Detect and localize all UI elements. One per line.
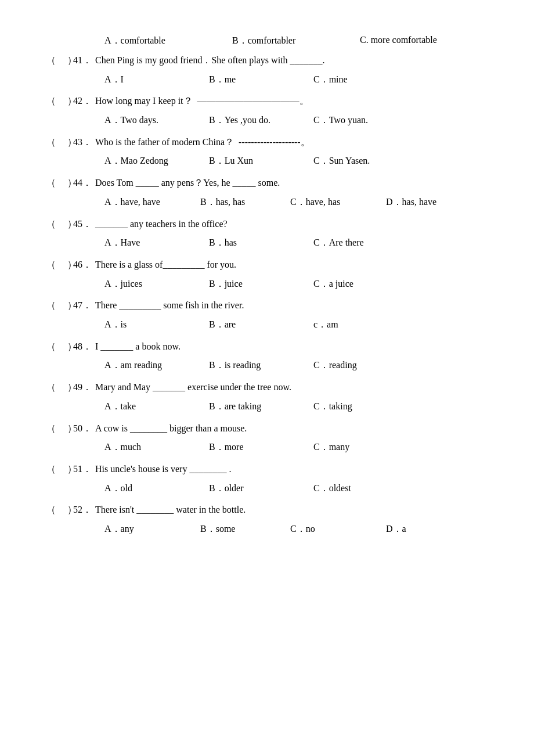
question-42: （ ） 42． How long may I keep it？ ————————… — [46, 93, 488, 128]
bracket-right-41: ） — [67, 55, 73, 67]
option-42-a: A．Two days. — [104, 112, 209, 129]
question-text-50: A cow is ________ bigger than a mouse. — [95, 421, 488, 436]
bracket-left-47: （ — [46, 300, 56, 312]
question-text-42: How long may I keep it？ ———————————。 — [95, 93, 488, 109]
question-52: （ ） 52． There isn't ________ water in th… — [46, 502, 488, 537]
options-51: A．old B．older C．oldest — [104, 480, 488, 497]
options-47: A．is B．are c．am — [104, 316, 488, 333]
question-num-48: 48． — [73, 341, 95, 353]
question-51-row: （ ） 51． His uncle's house is very ______… — [46, 462, 488, 477]
question-num-42: 42． — [73, 95, 95, 107]
bracket-left-41: （ — [46, 55, 56, 67]
bracket-space-51 — [56, 464, 67, 474]
question-49: （ ） 49． Mary and May _______ exercise un… — [46, 380, 488, 415]
option-49-c: C．taking — [313, 398, 418, 415]
question-52-row: （ ） 52． There isn't ________ water in th… — [46, 502, 488, 517]
option-43-b: B．Lu Xun — [209, 153, 313, 170]
bracket-right-52: ） — [67, 504, 73, 516]
top-opt-a: A．comfortable — [104, 35, 232, 47]
question-48-row: （ ） 48． I _______ a book now. — [46, 339, 488, 354]
options-41: A．I B．me C．mine — [104, 71, 488, 88]
bracket-right-50: ） — [67, 423, 73, 435]
bracket-right-45: ） — [67, 218, 73, 231]
options-48: A．am reading B．is reading C．reading — [104, 357, 488, 374]
question-46-row: （ ） 46． There is a glass of_________ for… — [46, 257, 488, 272]
bracket-space-43 — [56, 137, 67, 147]
bracket-left-49: （ — [46, 381, 56, 394]
question-41: （ ） 41． Chen Ping is my good friend．She … — [46, 53, 488, 88]
question-text-49: Mary and May _______ exercise under the … — [95, 380, 488, 395]
question-num-51: 51． — [73, 463, 95, 476]
option-45-a: A．Have — [104, 235, 209, 251]
question-text-46: There is a glass of_________ for you. — [95, 257, 488, 272]
bracket-right-46: ） — [67, 259, 73, 271]
question-text-47: There _________ some fish in the river. — [95, 298, 488, 313]
question-41-row: （ ） 41． Chen Ping is my good friend．She … — [46, 53, 488, 68]
question-text-48: I _______ a book now. — [95, 339, 488, 354]
option-43-c: C．Sun Yasen. — [313, 153, 418, 170]
question-43-row: （ ） 43． Who is the father of modern Chin… — [46, 135, 488, 150]
bracket-left-42: （ — [46, 95, 56, 107]
question-num-44: 44． — [73, 177, 95, 189]
question-text-44: Does Tom _____ any pens？Yes, he _____ so… — [95, 175, 488, 190]
option-42-b: B．Yes ,you do. — [209, 112, 313, 129]
option-49-b: B．are taking — [209, 398, 313, 415]
bracket-left-52: （ — [46, 504, 56, 516]
question-47: （ ） 47． There _________ some fish in the… — [46, 298, 488, 333]
question-text-51: His uncle's house is very ________ . — [95, 462, 488, 477]
option-41-c: C．mine — [313, 71, 418, 88]
option-41-a: A．I — [104, 71, 209, 88]
bracket-space-42 — [56, 96, 67, 106]
options-50: A．much B．more C．many — [104, 439, 488, 456]
top-options-block: A．comfortable B．comfortabler C. more com… — [46, 35, 488, 47]
option-45-c: C．Are there — [313, 235, 418, 251]
question-num-52: 52． — [73, 504, 95, 516]
bracket-left-44: （ — [46, 177, 56, 189]
option-52-a: A．any — [104, 521, 200, 538]
option-41-b: B．me — [209, 71, 313, 88]
option-47-a: A．is — [104, 316, 209, 333]
question-text-52: There isn't ________ water in the bottle… — [95, 502, 488, 517]
option-47-b: B．are — [209, 316, 313, 333]
option-46-c: C．a juice — [313, 276, 418, 293]
top-opt-c: C. more comfortable — [360, 35, 488, 47]
question-num-49: 49． — [73, 381, 95, 394]
bracket-space-45 — [56, 219, 67, 229]
bracket-left-50: （ — [46, 423, 56, 435]
question-43: （ ） 43． Who is the father of modern Chin… — [46, 135, 488, 170]
top-options-row: A．comfortable B．comfortabler C. more com… — [104, 35, 488, 47]
question-45-row: （ ） 45． _______ any teachers in the offi… — [46, 217, 488, 232]
option-50-b: B．more — [209, 439, 313, 456]
option-48-b: B．is reading — [209, 357, 313, 374]
option-51-c: C．oldest — [313, 480, 418, 497]
option-42-c: C．Two yuan. — [313, 112, 418, 129]
option-48-a: A．am reading — [104, 357, 209, 374]
option-46-a: A．juices — [104, 276, 209, 293]
bracket-space-46 — [56, 260, 67, 270]
bracket-left-46: （ — [46, 259, 56, 271]
option-44-b: B．has, has — [200, 194, 290, 211]
bracket-right-47: ） — [67, 300, 73, 312]
question-48: （ ） 48． I _______ a book now. A．am readi… — [46, 339, 488, 374]
bracket-right-49: ） — [67, 381, 73, 394]
option-50-c: C．many — [313, 439, 418, 456]
option-51-b: B．older — [209, 480, 313, 497]
option-52-c: C．no — [290, 521, 386, 538]
options-49: A．take B．are taking C．taking — [104, 398, 488, 415]
option-48-c: C．reading — [313, 357, 418, 374]
option-44-c: C．have, has — [290, 194, 386, 211]
option-52-b: B．some — [200, 521, 290, 538]
bracket-right-51: ） — [67, 463, 73, 476]
question-num-43: 43． — [73, 136, 95, 149]
option-52-d: D．a — [386, 521, 473, 538]
bracket-left-48: （ — [46, 341, 56, 353]
bracket-space-44 — [56, 178, 67, 188]
bracket-left-51: （ — [46, 463, 56, 476]
options-44: A．have, have B．has, has C．have, has D．ha… — [104, 194, 488, 211]
question-46: （ ） 46． There is a glass of_________ for… — [46, 257, 488, 292]
bracket-space-49 — [56, 382, 67, 393]
option-51-a: A．old — [104, 480, 209, 497]
question-num-46: 46． — [73, 259, 95, 271]
bracket-right-42: ） — [67, 95, 73, 107]
options-45: A．Have B．has C．Are there — [104, 235, 488, 251]
